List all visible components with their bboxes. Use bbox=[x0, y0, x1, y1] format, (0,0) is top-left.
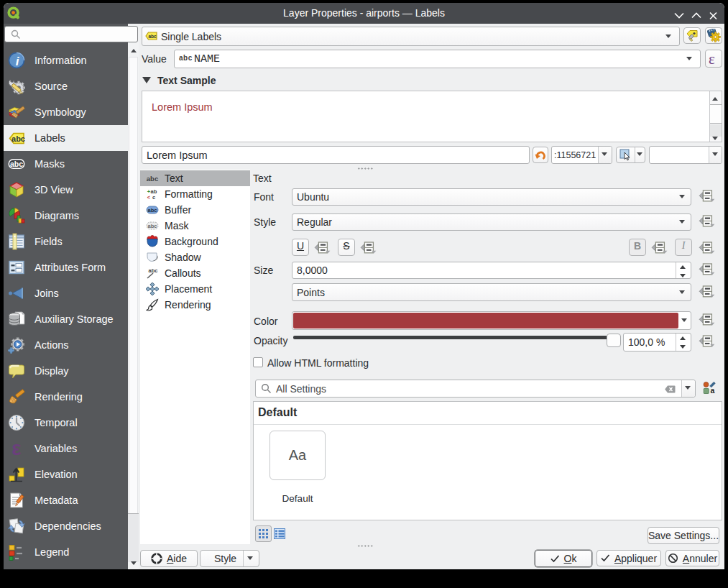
svg-text:abc: abc bbox=[11, 134, 25, 143]
svg-text:<: < bbox=[147, 194, 151, 201]
svg-text:abc: abc bbox=[147, 175, 158, 183]
svg-text:abc: abc bbox=[148, 223, 157, 229]
svg-text:abc: abc bbox=[10, 160, 23, 168]
svg-text:a: a bbox=[710, 386, 714, 395]
svg-text:abc: abc bbox=[149, 267, 158, 274]
svg-text:ε: ε bbox=[11, 440, 21, 457]
svg-text:abc: abc bbox=[148, 34, 157, 39]
svg-text:c: c bbox=[152, 194, 155, 201]
svg-text:abc: abc bbox=[148, 207, 157, 213]
